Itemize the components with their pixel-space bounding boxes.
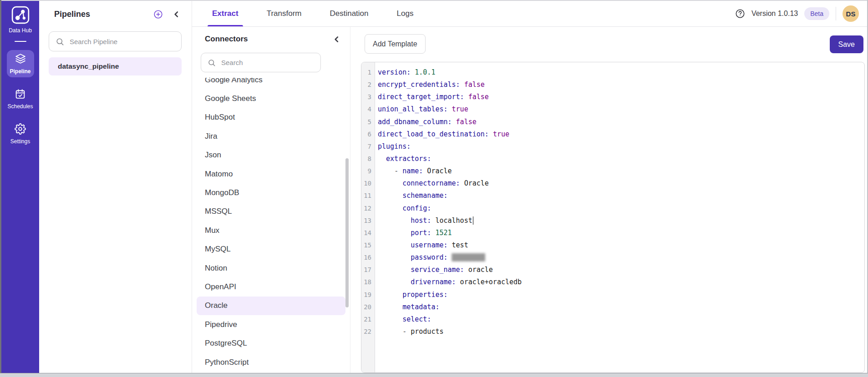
user-avatar[interactable]: DS <box>843 5 859 22</box>
line-number: 1 <box>361 66 375 79</box>
help-button[interactable] <box>735 9 745 19</box>
connector-item-notion[interactable]: Notion <box>197 259 345 277</box>
code-line[interactable]: metadata: <box>378 301 864 313</box>
line-number: 21 <box>361 313 375 326</box>
code-token: oracle+oracledb <box>456 278 522 286</box>
connector-item-pythonscript[interactable]: PythonScript <box>197 353 345 372</box>
pipeline-list-item[interactable]: datasync_pipeline <box>49 57 182 75</box>
code-line[interactable]: plugins: <box>378 141 864 153</box>
tab-logs[interactable]: Logs <box>392 1 418 26</box>
connector-item-mongodb[interactable]: MongoDB <box>197 183 345 202</box>
active-tab-underline <box>208 25 243 26</box>
code-token: metadata: <box>402 303 439 311</box>
code-token <box>378 327 402 336</box>
connector-item-jira[interactable]: Jira <box>197 127 345 146</box>
code-line[interactable]: extractors: <box>378 153 864 165</box>
code-token: select: <box>402 315 431 323</box>
layers-icon <box>15 53 26 66</box>
code-line[interactable]: add_dbname_column: false <box>378 116 864 128</box>
sidebar-item-schedules[interactable]: Schedules <box>7 85 34 112</box>
code-line[interactable]: properties: <box>378 289 864 301</box>
code-token: drivername: <box>411 278 456 286</box>
connector-item-json[interactable]: Json <box>197 146 345 165</box>
code-line[interactable]: version: 1.0.1 <box>378 66 864 79</box>
code-token: encrypt_credentials: <box>378 80 460 89</box>
code-token: plugins: <box>378 142 411 151</box>
code-line[interactable]: config: <box>378 202 864 215</box>
line-number: 18 <box>361 276 375 288</box>
connector-item-postgresql[interactable]: PostgreSQL <box>197 334 345 352</box>
tab-destination[interactable]: Destination <box>325 1 373 26</box>
connector-item-google-analytics[interactable]: Google Analytics <box>197 78 345 89</box>
editor-code-pane[interactable]: version: 1.0.1encrypt_credentials: false… <box>375 62 864 372</box>
code-token: direct_load_to_destination: <box>378 130 489 138</box>
add-template-button[interactable]: Add Template <box>365 34 426 54</box>
header-right: Version 1.0.13 Beta DS <box>735 1 867 26</box>
line-number: 11 <box>361 190 375 202</box>
code-line[interactable]: schemaname: <box>378 190 864 202</box>
code-line[interactable]: connectorname: Oracle <box>378 177 864 190</box>
sidebar-item-label: Schedules <box>7 103 33 110</box>
collapse-pipelines-button[interactable] <box>173 11 180 18</box>
pipeline-search-box <box>49 31 182 51</box>
code-line[interactable]: drivername: oracle+oracledb <box>378 276 864 288</box>
code-line[interactable]: - name: Oracle <box>378 165 864 177</box>
connector-item-mysql[interactable]: MySQL <box>197 240 345 259</box>
code-line[interactable]: direct_target_import: false <box>378 91 864 103</box>
tab-extract[interactable]: Extract <box>208 1 243 26</box>
sidebar-item-label: Pipeline <box>10 68 30 75</box>
code-line[interactable]: service_name: oracle <box>378 264 864 276</box>
code-line[interactable]: union_all_tables: true <box>378 103 864 116</box>
code-line[interactable]: host: localhost <box>378 215 864 227</box>
text-cursor <box>473 216 474 225</box>
pipeline-search-input[interactable] <box>70 38 175 45</box>
line-number: 7 <box>361 141 375 153</box>
sidebar-item-settings[interactable]: Settings <box>7 121 34 147</box>
connector-item-mssql[interactable]: MSSQL <box>197 202 345 221</box>
chevron-left-icon <box>173 11 180 18</box>
sidebar-item-pipeline[interactable]: Pipeline <box>7 50 34 77</box>
connector-item-matomo[interactable]: Matomo <box>197 165 345 183</box>
code-token <box>460 80 464 89</box>
code-token <box>378 191 402 200</box>
gear-icon <box>15 123 26 136</box>
connector-item-hubspot[interactable]: HubSpot <box>197 108 345 127</box>
version-label: Version 1.0.13 <box>751 10 798 18</box>
code-token <box>411 68 415 76</box>
connector-item-pipedrive[interactable]: Pipedrive <box>197 315 345 334</box>
data-hub-logo-icon[interactable] <box>11 5 30 26</box>
calendar-check-icon <box>15 88 26 101</box>
connector-item-google-sheets[interactable]: Google Sheets <box>197 89 345 108</box>
connector-search-input[interactable] <box>221 59 314 66</box>
code-line[interactable]: encrypt_credentials: false <box>378 79 864 91</box>
line-number: 4 <box>361 103 375 116</box>
code-line[interactable]: port: 1521 <box>378 227 864 239</box>
code-token: name: <box>402 167 423 175</box>
connector-item-mux[interactable]: Mux <box>197 221 345 240</box>
connector-item-openapi[interactable]: OpenAPI <box>197 277 345 296</box>
code-line[interactable]: select: <box>378 313 864 326</box>
collapse-connectors-button[interactable] <box>333 36 340 43</box>
search-icon <box>56 37 64 46</box>
tab-label: Logs <box>397 9 414 18</box>
save-button[interactable]: Save <box>830 35 863 53</box>
beta-badge: Beta <box>804 7 829 20</box>
pipelines-title: Pipelines <box>54 10 90 19</box>
code-line[interactable]: direct_load_to_destination: true <box>378 128 864 141</box>
code-token: host: <box>411 216 431 225</box>
code-token: true <box>452 105 468 113</box>
connector-item-oracle[interactable]: Oracle <box>197 297 345 315</box>
code-line[interactable]: username: test <box>378 239 864 251</box>
code-token: username: <box>411 241 447 249</box>
connectors-scrollbar[interactable] <box>345 158 349 307</box>
search-icon <box>208 59 216 67</box>
add-pipeline-button[interactable] <box>153 10 163 19</box>
app-sidebar: Data Hub PipelineSchedulesSettings <box>1 1 39 373</box>
sidebar-nav: PipelineSchedulesSettings <box>7 50 34 156</box>
tab-transform[interactable]: Transform <box>262 1 306 26</box>
code-token <box>448 105 452 113</box>
code-line[interactable]: password: █████████ <box>378 251 864 264</box>
code-line[interactable]: - products <box>378 326 864 338</box>
code-token <box>452 118 456 126</box>
plus-circle-icon <box>153 10 163 19</box>
